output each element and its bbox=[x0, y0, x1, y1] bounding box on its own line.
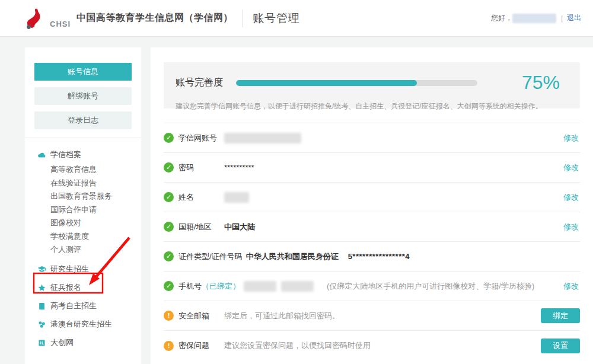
site-name: 中国高等教育学生信息网（学信网） bbox=[76, 12, 233, 24]
app-icon bbox=[37, 339, 46, 347]
sidebar-item-label: 研究生招生 bbox=[50, 264, 89, 274]
sidebar-item-label: 学信档案 bbox=[50, 149, 81, 160]
field-label: 手机号（已绑定） bbox=[178, 281, 244, 292]
mobile-note: (仅绑定大陆地区手机的用户可进行图像校对、学籍/学历核验) bbox=[327, 281, 534, 292]
sidebar-item-intl-cooperation[interactable]: 国际合作申请 bbox=[50, 203, 141, 217]
field-row-password: ✓ 密码 ********** 修改 bbox=[164, 153, 580, 183]
field-row-name: ✓ 姓名 修改 bbox=[164, 183, 580, 212]
account-management-page: CHSI 中国高等教育学生信息网（学信网） 账号管理 您好， | 退出 账号信息… bbox=[0, 0, 593, 364]
check-icon: ✓ bbox=[164, 192, 174, 202]
book-icon bbox=[37, 302, 46, 311]
sidebar-item-gaokao-autonomous[interactable]: 高考自主招生 bbox=[37, 297, 141, 315]
logo-text: CHSI bbox=[50, 20, 71, 28]
field-row-account: ✓ 学信网账号 修改 bbox=[164, 123, 580, 153]
id-type-value: 中华人民共和国居民身份证 bbox=[246, 251, 339, 262]
password-masked-value: ********** bbox=[224, 163, 254, 172]
field-label: 密保问题 bbox=[178, 340, 224, 351]
set-security-question-button[interactable]: 设置 bbox=[541, 339, 580, 353]
sidebar-item-account-info[interactable]: 账号信息 bbox=[34, 63, 132, 81]
modify-mobile-link[interactable]: 修改 bbox=[563, 281, 580, 292]
field-label: 姓名 bbox=[178, 192, 224, 203]
chsi-swan-icon bbox=[24, 7, 47, 30]
sidebar-item-archive[interactable]: 学信档案 bbox=[37, 148, 141, 162]
body: 账号信息 解绑账号 登录日志 学信档案 高等教育信息 在线验证报告 出国教育背景… bbox=[0, 37, 593, 364]
field-row-email: ! 安全邮箱 绑定后，可通过此邮箱找回密码。 绑定 bbox=[164, 301, 580, 331]
id-number-masked: 5****************4 bbox=[348, 252, 410, 261]
star-icon bbox=[37, 283, 46, 292]
sidebar-menu: 学信档案 高等教育信息 在线验证报告 出国教育背景服务 国际合作申请 图像校对 … bbox=[25, 138, 141, 352]
name-value-blurred bbox=[224, 192, 249, 203]
sidebar-item-label: 大创网 bbox=[50, 337, 74, 348]
header: CHSI 中国高等教育学生信息网（学信网） 账号管理 您好， | 退出 bbox=[0, 0, 593, 37]
archive-submenu: 高等教育信息 在线验证报告 出国教育背景服务 国际合作申请 图像校对 学校满意度… bbox=[37, 163, 141, 257]
field-row-nationality: ✓ 国籍/地区 中国大陆 修改 bbox=[164, 212, 580, 242]
field-row-mobile: ✓ 手机号（已绑定） (仅绑定大陆地区手机的用户可进行图像校对、学籍/学历核验)… bbox=[164, 272, 580, 301]
logout-link[interactable]: 退出 bbox=[567, 13, 581, 23]
username-blurred bbox=[512, 14, 556, 23]
sidebar: 账号信息 解绑账号 登录日志 学信档案 高等教育信息 在线验证报告 出国教育背景… bbox=[25, 47, 141, 364]
separator: | bbox=[561, 14, 563, 23]
mobile-value-blurred bbox=[281, 281, 314, 292]
account-field-list: ✓ 学信网账号 修改 ✓ 密码 ********** 修改 ✓ 姓名 修改 bbox=[164, 123, 580, 360]
check-icon: ✓ bbox=[164, 222, 174, 232]
check-icon: ✓ bbox=[164, 281, 174, 291]
field-label: 国籍/地区 bbox=[178, 222, 224, 232]
sidebar-item-label: 港澳台研究生招生 bbox=[50, 319, 112, 330]
field-row-security-question: ! 密保问题 建议您设置密保问题，以便找回密码时使用 设置 bbox=[164, 331, 580, 360]
completeness-note: 建议您完善学信网账号信息，以便于进行研招推免/统考、自主招生、兵役登记/应征报名… bbox=[176, 101, 568, 111]
modify-nationality-link[interactable]: 修改 bbox=[563, 222, 580, 232]
sidebar-item-unbind-account[interactable]: 解绑账号 bbox=[34, 87, 132, 105]
email-note: 绑定后，可通过此邮箱找回密码。 bbox=[224, 311, 340, 321]
check-icon: ✓ bbox=[164, 162, 174, 173]
modify-account-link[interactable]: 修改 bbox=[563, 133, 580, 143]
page-title: 账号管理 bbox=[253, 11, 300, 26]
cluster-icon bbox=[37, 320, 46, 329]
bind-email-button[interactable]: 绑定 bbox=[541, 308, 580, 323]
completeness-title: 账号完善度 bbox=[176, 76, 223, 89]
mobile-value-blurred bbox=[244, 281, 276, 292]
field-label: 证件类型/证件号码 bbox=[178, 251, 246, 262]
sidebar-item-conscription[interactable]: 征兵报名 bbox=[37, 279, 141, 297]
sidebar-item-personal-assessment[interactable]: 个人测评 bbox=[50, 243, 141, 257]
sidebar-item-label: 高考自主招生 bbox=[50, 301, 97, 311]
check-icon: ✓ bbox=[164, 251, 174, 261]
sidebar-item-graduate-admission[interactable]: 研究生招生 bbox=[37, 260, 141, 279]
field-row-id-card: ✓ 证件类型/证件号码 中华人民共和国居民身份证 5**************… bbox=[164, 242, 580, 272]
sidebar-item-label: 征兵报名 bbox=[50, 282, 81, 293]
header-user-area: 您好， | 退出 bbox=[491, 13, 581, 23]
sidebar-item-school-satisfaction[interactable]: 学校满意度 bbox=[50, 230, 141, 244]
sidebar-item-login-log[interactable]: 登录日志 bbox=[34, 111, 132, 129]
grad-cap-icon bbox=[37, 265, 46, 274]
progress-fill bbox=[236, 80, 417, 86]
sidebar-item-higher-edu-info[interactable]: 高等教育信息 bbox=[50, 163, 141, 177]
check-icon: ✓ bbox=[164, 133, 174, 143]
sidebar-item-online-verify-report[interactable]: 在线验证报告 bbox=[50, 177, 141, 190]
bound-tag: （已绑定） bbox=[202, 282, 240, 290]
completeness-panel: 账号完善度 75% 建议您完善学信网账号信息，以便于进行研招推免/统考、自主招生… bbox=[164, 62, 580, 108]
sidebar-item-dachuang[interactable]: 大创网 bbox=[37, 334, 141, 352]
exclamation-icon: ! bbox=[164, 341, 174, 351]
account-value-blurred bbox=[224, 133, 301, 143]
main-content: 账号完善度 75% 建议您完善学信网账号信息，以便于进行研招推免/统考、自主招生… bbox=[151, 47, 593, 364]
completeness-percent: 75% bbox=[522, 72, 568, 94]
exclamation-icon: ! bbox=[164, 311, 174, 321]
field-label: 安全邮箱 bbox=[178, 311, 224, 321]
sidebar-item-abroad-edu-service[interactable]: 出国教育背景服务 bbox=[50, 190, 141, 203]
completeness-progressbar bbox=[236, 80, 477, 86]
sidebar-item-hk-mo-tw-graduate[interactable]: 港澳台研究生招生 bbox=[37, 315, 141, 334]
nationality-value: 中国大陆 bbox=[224, 222, 255, 232]
header-divider bbox=[243, 9, 243, 27]
sidebar-item-photo-check[interactable]: 图像校对 bbox=[50, 216, 141, 230]
cloud-icon bbox=[37, 151, 46, 159]
field-label: 密码 bbox=[178, 162, 224, 173]
greeting-text: 您好， bbox=[491, 13, 512, 23]
field-label: 学信网账号 bbox=[178, 133, 224, 143]
modify-name-link[interactable]: 修改 bbox=[563, 192, 580, 203]
modify-password-link[interactable]: 修改 bbox=[563, 162, 580, 173]
security-question-note: 建议您设置密保问题，以便找回密码时使用 bbox=[224, 340, 371, 351]
chsi-logo[interactable]: CHSI bbox=[24, 7, 71, 30]
